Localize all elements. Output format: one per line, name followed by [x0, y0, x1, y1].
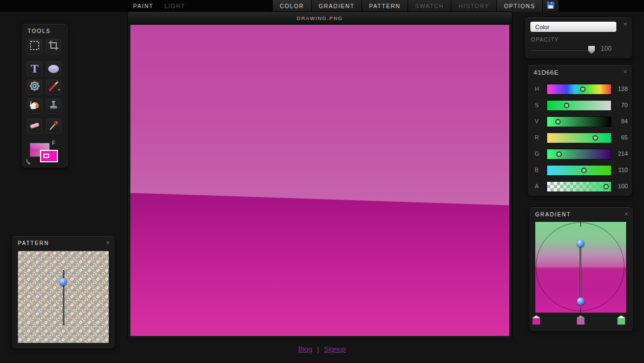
pattern-close-icon[interactable]: ×	[106, 239, 110, 247]
saturation-slider-track[interactable]	[547, 100, 612, 111]
alpha-slider-row: A 100	[528, 181, 632, 192]
drawing-canvas[interactable]	[130, 25, 509, 336]
pattern-preview[interactable]	[17, 250, 109, 344]
document-title[interactable]: DRAWING.PNG	[128, 12, 512, 24]
gradient-stop-middle[interactable]	[577, 315, 584, 325]
panel-tabs: COLOR GRADIENT PATTERN SWATCH HISTORY OP…	[272, 0, 558, 12]
green-slider-track[interactable]	[547, 149, 612, 160]
green-slider-row: G 214	[528, 149, 632, 160]
background-color-swatch[interactable]	[40, 150, 58, 162]
opacity-label: OPACITY	[531, 37, 559, 43]
saturation-slider-row: S 70	[528, 100, 632, 111]
eyedropper-tool-button[interactable]	[46, 118, 61, 134]
red-value: 65	[612, 134, 628, 141]
tools-panel: TOOLS T F	[22, 24, 68, 168]
text-icon: T	[31, 63, 38, 75]
hue-slider-knob[interactable]	[580, 87, 586, 92]
value-slider-track[interactable]	[547, 116, 612, 127]
fill-bucket-icon	[28, 98, 42, 114]
opacity-slider-knob[interactable]	[588, 45, 595, 54]
alpha-slider-knob[interactable]	[603, 184, 609, 189]
green-value: 214	[612, 150, 628, 157]
floppy-disk-icon	[547, 1, 555, 11]
top-menubar: PAINT LIGHT COLOR GRADIENT PATTERN SWATC…	[0, 0, 644, 12]
opacity-panel-close-icon[interactable]: ×	[623, 20, 627, 28]
tab-gradient[interactable]: GRADIENT	[311, 0, 362, 12]
swap-colors-icon[interactable]	[25, 157, 34, 168]
gradient-panel: GRADIENT ×	[529, 207, 633, 331]
text-tool-button[interactable]: T	[27, 61, 42, 76]
value-slider-row: V 84	[528, 116, 632, 127]
brush-tool-button[interactable]	[46, 80, 61, 95]
brush-icon	[47, 80, 60, 95]
blue-value: 110	[612, 167, 628, 173]
menu-paint[interactable]: PAINT	[133, 3, 154, 9]
alpha-value: 100	[612, 183, 628, 189]
spirograph-tool-button[interactable]	[27, 80, 42, 95]
saturation-value: 70	[612, 102, 628, 108]
opacity-panel: Color × OPACITY 100	[525, 17, 632, 58]
blue-slider-knob[interactable]	[581, 168, 587, 173]
saturation-slider-knob[interactable]	[564, 103, 569, 108]
red-slider-knob[interactable]	[593, 135, 598, 141]
tab-swatch[interactable]: SWATCH	[408, 0, 451, 12]
rect-select-icon	[29, 39, 41, 54]
hue-slider-row: H 138	[528, 84, 632, 95]
tab-color[interactable]: COLOR	[272, 0, 311, 12]
alpha-label: A	[535, 183, 538, 189]
picker-close-icon[interactable]: ×	[623, 68, 627, 76]
gradient-close-icon[interactable]: ×	[624, 210, 628, 218]
hue-label: H	[535, 85, 539, 92]
eyedropper-icon	[47, 118, 60, 134]
crop-icon	[48, 39, 60, 54]
hue-value: 138	[612, 85, 628, 92]
footer-separator: |	[317, 345, 319, 353]
value-slider-knob[interactable]	[555, 119, 561, 124]
gradient-axis-line	[580, 245, 581, 303]
stamp-tool-button[interactable]	[46, 98, 61, 114]
blue-label: B	[535, 167, 538, 173]
hue-slider-track[interactable]	[547, 84, 612, 95]
pattern-panel: PATTERN ×	[12, 236, 115, 348]
gradient-stop-right[interactable]	[617, 315, 625, 325]
gradient-start-handle[interactable]	[577, 240, 584, 247]
tab-pattern[interactable]: PATTERN	[362, 0, 408, 12]
document-window: DRAWING.PNG	[128, 12, 512, 339]
save-button[interactable]	[542, 0, 558, 12]
gradient-panel-title: GRADIENT	[535, 212, 571, 217]
gradient-preview[interactable]	[535, 221, 627, 313]
opacity-slider-track[interactable]	[531, 49, 592, 51]
red-label: R	[535, 134, 539, 141]
red-slider-track[interactable]	[547, 133, 612, 143]
spirograph-icon	[29, 80, 41, 94]
menu-light[interactable]: LIGHT	[165, 3, 185, 9]
rect-select-tool-button[interactable]	[27, 39, 42, 54]
background-swatch-inner	[43, 154, 49, 158]
blue-slider-row: B 110	[528, 165, 632, 176]
foreground-swatch-label: F	[52, 140, 55, 146]
color-hex-value: 41D66E	[534, 69, 558, 76]
gradient-end-handle[interactable]	[577, 298, 584, 305]
ellipse-tool-button[interactable]	[46, 61, 61, 76]
blog-link[interactable]: Blog	[298, 345, 312, 353]
tools-panel-title: TOOLS	[28, 28, 51, 34]
alpha-slider-track[interactable]	[547, 181, 612, 192]
mode-dropdown[interactable]: Color	[530, 21, 617, 32]
pattern-scale-slider-knob[interactable]	[60, 278, 67, 286]
tab-history[interactable]: HISTORY	[451, 0, 496, 12]
fill-bucket-tool-button[interactable]	[27, 98, 42, 114]
canvas-lower-gradient	[130, 193, 509, 336]
pattern-panel-title: PATTERN	[18, 240, 49, 246]
eraser-tool-button[interactable]	[27, 118, 42, 134]
crop-tool-button[interactable]	[46, 39, 61, 54]
blue-slider-track[interactable]	[547, 165, 612, 176]
green-slider-knob[interactable]	[556, 151, 562, 157]
signup-link[interactable]: Signup	[324, 345, 345, 353]
mode-menu: PAINT LIGHT	[133, 0, 185, 12]
footer: Blog|Signup	[0, 345, 644, 358]
gradient-stop-left[interactable]	[533, 315, 540, 325]
value-value: 84	[612, 118, 628, 124]
tab-options[interactable]: OPTIONS	[496, 0, 542, 12]
color-picker-panel: 41D66E × H 138 S 70 V 84 R 65 G 214	[528, 65, 632, 196]
ellipse-icon	[48, 65, 59, 73]
